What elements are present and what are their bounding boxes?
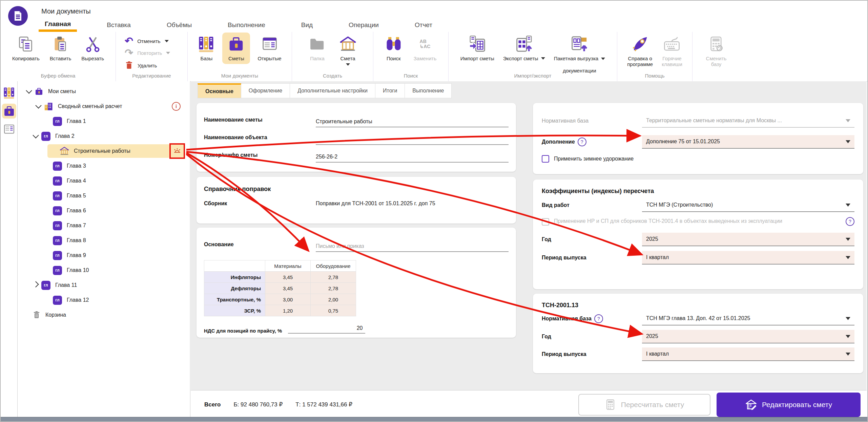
app-logo-icon[interactable]	[8, 6, 28, 26]
menu-tab-vid[interactable]: Вид	[295, 18, 319, 32]
menu-tab-operacii[interactable]: Операции	[343, 18, 385, 32]
object-name-input[interactable]	[316, 130, 509, 145]
house-icon	[339, 35, 356, 54]
tree-item-chapter[interactable]: глГлава 10	[18, 263, 190, 278]
import-estimate-button[interactable]: Импорт сметы	[460, 35, 494, 74]
tree-item-chapter[interactable]: глГлава 3	[18, 159, 190, 173]
menu-tab-vypolnenie[interactable]: Выполнение	[222, 18, 271, 32]
rail-estimates-button[interactable]	[2, 104, 16, 119]
year-select[interactable]: 2025	[642, 233, 854, 246]
tab-oformlenie[interactable]: Оформление	[241, 83, 290, 98]
replace-icon: AB↳AC	[420, 35, 431, 54]
opened-window-icon	[3, 123, 15, 135]
tree-item-chapter[interactable]: глГлава 9	[18, 248, 190, 263]
bases-button[interactable]: Базы	[198, 35, 215, 64]
menu-tab-otchet[interactable]: Отчет	[409, 18, 438, 32]
chevron-right-icon[interactable]	[33, 281, 39, 287]
export-caret[interactable]	[541, 57, 545, 60]
estimate-number-input[interactable]: 256-26-2	[316, 148, 509, 163]
ribbon-group-search: Поиск AB↳AC Заменить Поиск	[373, 32, 449, 81]
cut-button[interactable]: Вырезать	[81, 35, 104, 61]
chevron-down-icon	[846, 119, 850, 122]
tree-item-my-estimates[interactable]: Мои сметы	[18, 84, 190, 99]
export-estimate-button[interactable]: Экспорт сметы	[503, 35, 545, 74]
tab-osnovnye[interactable]: Основные	[198, 83, 241, 98]
tsn-period-select[interactable]: I квартал	[642, 347, 854, 361]
tree-item-chapter[interactable]: глГлава 2	[18, 129, 190, 144]
period-label: Период выпуска	[542, 255, 642, 261]
rail-bases-button[interactable]	[2, 85, 16, 100]
search-button[interactable]: Поиск	[385, 35, 402, 61]
card-estimate-names: Наименование сметы Строительные работы Н…	[197, 103, 516, 172]
copy-button[interactable]: Копировать	[12, 35, 40, 61]
tree-item-chapter[interactable]: глГлава 6	[18, 203, 190, 218]
table-row: Транспортные, %3,002,00	[204, 294, 356, 305]
tree-item-selected-estimate[interactable]: Строительные работы	[18, 144, 190, 159]
undo-button[interactable]: ↶ Отменить	[125, 37, 187, 45]
create-estimate-button[interactable]: Смета	[339, 35, 356, 66]
tree-item-chapter[interactable]: глГлава 8	[18, 233, 190, 248]
house-edit-icon	[745, 399, 757, 411]
estimate-name-input[interactable]: Строительные работы	[316, 112, 509, 127]
opened-button[interactable]: Открытые	[257, 35, 281, 64]
undo-icon: ↶	[125, 37, 133, 45]
help-icon[interactable]: ?	[846, 217, 854, 226]
tab-vypolnenie[interactable]: Выполнение	[405, 83, 452, 98]
tree-item-chapter[interactable]: глГлава 12	[18, 293, 190, 308]
edit-estimate-button[interactable]: Редактировать смету	[717, 393, 861, 417]
window-title: Мои документы	[41, 7, 91, 15]
winter-checkbox[interactable]	[542, 155, 549, 163]
delete-button[interactable]: Удалить	[125, 61, 187, 70]
chevron-down-icon[interactable]	[26, 87, 32, 93]
work-type-select[interactable]: ТСН МГЭ (Строительство)	[642, 198, 854, 212]
object-name-label: Наименование объекта	[204, 134, 316, 141]
tree-item-chapter[interactable]: глГлава 1	[18, 114, 190, 129]
tree-item-summary-calc[interactable]: Сводный сметный расчет i	[18, 99, 190, 114]
tree-item-chapter[interactable]: глГлава 7	[18, 218, 190, 233]
create-estimate-caret[interactable]	[346, 63, 350, 66]
about-button[interactable]: Справка опрограмме	[627, 35, 653, 67]
supplement-select[interactable]: Дополнение 75 от 15.01.2025	[642, 135, 854, 149]
batch-upload-button[interactable]: Пакетная выгрузкадокументации	[554, 35, 605, 74]
rail-opened-button[interactable]	[2, 122, 16, 137]
tree-item-trash[interactable]: Корзина	[18, 308, 190, 322]
collection-label: Сборник	[204, 201, 316, 207]
replace-button: AB↳AC Заменить	[414, 35, 436, 61]
corrections-title: Справочник поправок	[204, 186, 509, 193]
batch-upload-icon	[571, 35, 588, 54]
change-base-button: Сменитьбазу	[706, 35, 727, 67]
paste-button[interactable]: Вставить	[50, 35, 71, 61]
chevron-down-icon[interactable]	[35, 102, 41, 108]
tab-itogi[interactable]: Итоги	[375, 83, 405, 98]
batch-upload-caret[interactable]	[601, 58, 605, 60]
period-select[interactable]: I квартал	[642, 251, 854, 265]
estimate-tabs: Основные Оформление Дополнительные настр…	[198, 83, 452, 98]
basis-input[interactable]: Письмо или приказ	[316, 237, 509, 252]
tab-dop-nastroyki[interactable]: Дополнительные настройки	[290, 83, 375, 98]
undo-dropdown-caret[interactable]	[165, 40, 169, 42]
tsn-period-label: Период выпуска	[542, 351, 642, 357]
tsn-year-select[interactable]: 2025	[642, 330, 854, 343]
redo-button[interactable]: ↷ Повторить	[125, 49, 187, 57]
menu-tab-obyomy[interactable]: Объёмы	[161, 18, 198, 32]
chevron-down-icon[interactable]	[33, 132, 39, 138]
trash-icon	[33, 311, 41, 319]
help-icon[interactable]: ?	[594, 314, 603, 323]
chevron-down-icon	[846, 353, 850, 356]
menu-tab-glavnaya[interactable]: Главная	[39, 18, 77, 32]
chevron-down-icon	[846, 140, 850, 143]
vat-input[interactable]: 20	[288, 325, 365, 334]
estimates-button[interactable]: Сметы	[222, 33, 250, 64]
help-icon[interactable]: ?	[578, 138, 586, 146]
menu-tab-vstavka[interactable]: Вставка	[101, 18, 137, 32]
ribbon-group-base: Сменитьбазу	[693, 32, 740, 81]
tree-item-chapter[interactable]: глГлава 5	[18, 188, 190, 203]
tsn-base-select[interactable]: ТСН МГЭ глава 13. Доп. 42 от 15.01.2025	[642, 312, 854, 325]
tree-item-chapter[interactable]: глГлава 4	[18, 173, 190, 188]
tree-item-chapter[interactable]: глГлава 11	[18, 278, 190, 293]
normative-base-select[interactable]: Территориальные сметные нормативы для Мо…	[642, 114, 854, 128]
info-icon[interactable]: i	[172, 102, 181, 111]
rocket-icon	[632, 35, 648, 54]
selected-row-highlight[interactable]: Строительные работы	[47, 144, 182, 158]
alarm-indicator[interactable]	[169, 143, 185, 159]
